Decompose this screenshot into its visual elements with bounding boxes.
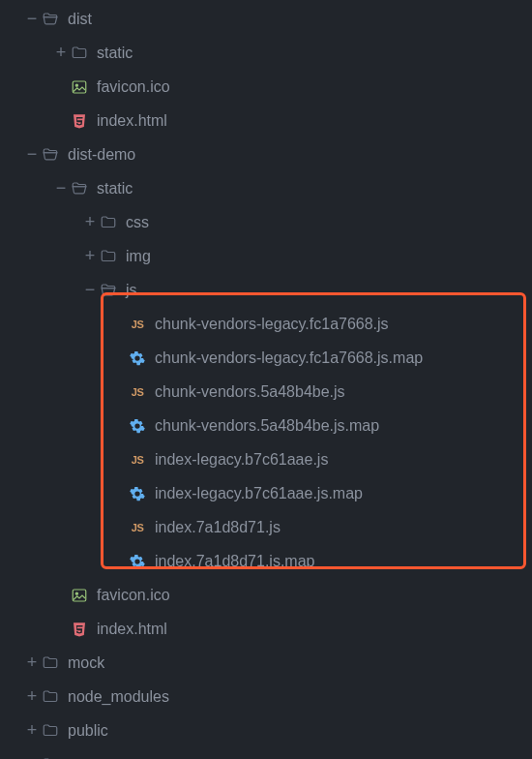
tree-item-label: static	[97, 45, 133, 62]
html-icon	[70, 111, 89, 131]
folder-open-icon	[41, 145, 60, 165]
tree-folder[interactable]: −src	[0, 747, 532, 759]
collapse-icon[interactable]: −	[81, 280, 99, 300]
tree-folder[interactable]: −dist	[0, 2, 532, 36]
tree-item-label: chunk-vendors-legacy.fc1a7668.js.map	[155, 349, 423, 367]
gear-icon	[128, 416, 147, 436]
gear-icon	[128, 552, 147, 571]
tree-item-label: img	[126, 248, 151, 265]
tree-item-label: chunk-vendors.5a48b4be.js.map	[155, 417, 379, 435]
tree-item-label: mock	[68, 654, 104, 672]
tree-item-label: src	[68, 756, 88, 760]
tree-item-label: public	[68, 722, 108, 740]
tree-item-label: dist-demo	[68, 146, 135, 164]
tree-file[interactable]: favicon.ico	[0, 70, 532, 104]
tree-file[interactable]: chunk-vendors.5a48b4be.js.map	[0, 409, 532, 442]
tree-folder[interactable]: +mock	[0, 646, 532, 680]
tree-item-label: js	[126, 282, 137, 299]
svg-point-1	[75, 84, 77, 86]
gear-icon	[128, 349, 147, 368]
tree-item-label: chunk-vendors.5a48b4be.js	[155, 383, 345, 401]
folder-open-icon	[99, 281, 118, 300]
tree-file[interactable]: index.html	[0, 104, 532, 137]
folder-icon	[70, 44, 89, 63]
tree-item-label: index.7a1d8d71.js.map	[155, 553, 314, 570]
image-icon	[70, 77, 89, 97]
svg-rect-0	[73, 81, 86, 93]
expand-icon[interactable]: +	[52, 43, 70, 63]
tree-file[interactable]: favicon.ico	[0, 578, 532, 612]
tree-item-label: index-legacy.b7c61aae.js	[155, 451, 328, 469]
tree-file[interactable]: JSindex-legacy.b7c61aae.js	[0, 442, 532, 476]
tree-folder[interactable]: −static	[0, 171, 532, 205]
tree-item-label: index.html	[97, 112, 167, 130]
folder-icon	[99, 213, 118, 232]
collapse-icon[interactable]: −	[23, 144, 41, 165]
tree-file[interactable]: JSindex.7a1d8d71.js	[0, 510, 532, 544]
file-tree[interactable]: −dist+staticfavicon.icoindex.html−dist-d…	[0, 2, 532, 759]
tree-folder[interactable]: +static	[0, 36, 532, 70]
expand-icon[interactable]: +	[23, 720, 41, 741]
tree-folder[interactable]: +css	[0, 205, 532, 239]
tree-folder[interactable]: +node_modules	[0, 680, 532, 713]
folder-open-icon	[41, 10, 60, 29]
js-icon: JS	[128, 518, 147, 537]
js-icon: JS	[128, 382, 147, 402]
expand-icon[interactable]: +	[23, 653, 41, 673]
tree-item-label: index-legacy.b7c61aae.js.map	[155, 485, 363, 502]
tree-item-label: index.7a1d8d71.js	[155, 519, 281, 536]
image-icon	[70, 586, 89, 605]
folder-open-icon	[70, 179, 89, 198]
tree-file[interactable]: index.7a1d8d71.js.map	[0, 544, 532, 578]
svg-point-3	[75, 592, 77, 594]
html-icon	[70, 620, 89, 639]
js-icon: JS	[128, 315, 147, 334]
folder-icon	[41, 653, 60, 673]
expand-icon[interactable]: +	[81, 246, 99, 266]
tree-item-label: css	[126, 214, 149, 231]
tree-file[interactable]: chunk-vendors-legacy.fc1a7668.js.map	[0, 341, 532, 375]
expand-icon[interactable]: +	[23, 686, 41, 707]
svg-rect-2	[73, 590, 86, 601]
tree-file[interactable]: JSchunk-vendors.5a48b4be.js	[0, 375, 532, 409]
folder-icon	[99, 247, 118, 266]
tree-folder[interactable]: −js	[0, 273, 532, 307]
expand-icon[interactable]: +	[81, 212, 99, 232]
collapse-icon[interactable]: −	[23, 754, 41, 759]
gear-icon	[128, 484, 147, 503]
tree-file[interactable]: index.html	[0, 612, 532, 646]
js-icon: JS	[128, 450, 147, 470]
tree-item-label: index.html	[97, 621, 167, 638]
folder-icon	[41, 687, 60, 707]
tree-item-label: favicon.ico	[97, 78, 170, 96]
tree-item-label: dist	[68, 11, 92, 28]
tree-folder[interactable]: +img	[0, 239, 532, 273]
tree-item-label: node_modules	[68, 688, 169, 706]
folder-open-icon	[41, 755, 60, 760]
tree-folder[interactable]: −dist-demo	[0, 137, 532, 171]
collapse-icon[interactable]: −	[52, 178, 70, 198]
tree-item-label: chunk-vendors-legacy.fc1a7668.js	[155, 316, 389, 333]
collapse-icon[interactable]: −	[23, 9, 41, 29]
folder-icon	[41, 721, 60, 741]
tree-file[interactable]: JSchunk-vendors-legacy.fc1a7668.js	[0, 307, 532, 341]
tree-file[interactable]: index-legacy.b7c61aae.js.map	[0, 476, 532, 510]
tree-folder[interactable]: +public	[0, 713, 532, 747]
tree-item-label: static	[97, 180, 133, 197]
tree-item-label: favicon.ico	[97, 587, 170, 604]
